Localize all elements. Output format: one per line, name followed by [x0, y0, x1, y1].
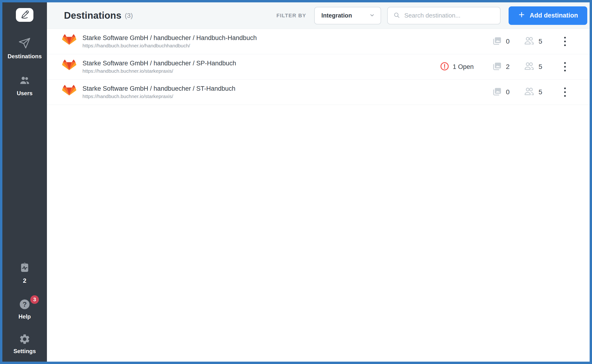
open-issues-label: 1 Open — [453, 63, 474, 71]
filter-by-label: FILTER BY — [276, 13, 306, 19]
add-destination-button[interactable]: Add destination — [509, 6, 587, 25]
filter-dropdown-value: Integration — [321, 12, 369, 19]
sidebar-item-destinations[interactable]: Destinations — [7, 36, 42, 60]
images-count: 0 — [506, 38, 510, 45]
main-content: Destinations (3) FILTER BY Integration — [47, 2, 590, 362]
search-box — [387, 7, 500, 24]
app-logo[interactable] — [16, 8, 33, 22]
destination-info: Starke Software GmbH / handbuecher / SP-… — [82, 60, 236, 74]
images-icon — [492, 61, 502, 72]
users-stat: 5 — [524, 86, 542, 98]
sidebar: Destinations Users — [2, 2, 47, 362]
destination-row[interactable]: Starke Software GmbH / handbuecher / SP-… — [47, 54, 590, 80]
images-icon — [492, 36, 502, 47]
paper-plane-icon — [18, 36, 31, 50]
header-bar: Destinations (3) FILTER BY Integration — [47, 2, 590, 29]
destination-url: https://handbuch.buchner.io/handbuchhand… — [82, 43, 257, 49]
page-title: Destinations — [64, 10, 121, 21]
search-input[interactable] — [404, 12, 495, 20]
users-stat: 5 — [524, 61, 542, 73]
sidebar-bottom: 2 ? 3 Help Settings — [13, 262, 36, 362]
images-stat: 0 — [492, 86, 510, 98]
sidebar-item-label: Settings — [13, 348, 36, 355]
people-icon — [524, 36, 535, 47]
images-icon — [492, 86, 502, 98]
destination-row[interactable]: Starke Software GmbH / handbuecher / Han… — [47, 29, 590, 54]
app-window: Destinations Users — [0, 0, 592, 364]
people-icon — [524, 61, 535, 73]
destination-list: Starke Software GmbH / handbuecher / Han… — [47, 29, 590, 105]
pencil-logo-icon — [20, 9, 30, 21]
sidebar-item-label: Users — [17, 90, 33, 97]
question-mark-icon: ? — [19, 299, 30, 311]
row-menu-button[interactable] — [564, 61, 566, 72]
destination-title: Starke Software GmbH / handbuecher / Han… — [82, 34, 257, 42]
images-stat: 0 — [492, 36, 510, 47]
sidebar-item-settings[interactable]: Settings — [13, 333, 36, 355]
destination-row[interactable]: Starke Software GmbH / handbuecher / ST-… — [47, 80, 590, 105]
alert-circle-icon — [440, 62, 449, 72]
chevron-down-icon — [369, 12, 375, 20]
users-count: 5 — [539, 88, 542, 96]
destination-info: Starke Software GmbH / handbuecher / ST-… — [82, 85, 235, 99]
search-icon — [393, 12, 400, 20]
users-count: 5 — [539, 63, 542, 71]
users-count: 5 — [539, 38, 542, 45]
users-icon — [19, 75, 30, 87]
sidebar-item-help[interactable]: ? 3 Help — [19, 299, 31, 320]
gitlab-icon — [62, 60, 76, 74]
add-destination-label: Add destination — [530, 12, 578, 19]
sidebar-item-label: Help — [19, 313, 31, 320]
people-icon — [524, 86, 535, 98]
row-menu-button[interactable] — [564, 36, 566, 47]
help-badge: 3 — [30, 295, 39, 304]
destination-title: Starke Software GmbH / handbuecher / ST-… — [82, 85, 235, 92]
row-menu-button[interactable] — [564, 86, 566, 98]
destination-title: Starke Software GmbH / handbuecher / SP-… — [82, 60, 236, 67]
destination-url: https://handbuch.buchner.io/starkepraxis… — [82, 68, 236, 74]
plus-icon — [518, 11, 525, 20]
activity-clipboard-icon — [19, 262, 30, 274]
images-count: 0 — [506, 88, 510, 96]
open-issues-indicator[interactable]: 1 Open — [440, 62, 474, 72]
users-stat: 5 — [524, 36, 542, 47]
images-count: 2 — [506, 63, 510, 71]
destination-info: Starke Software GmbH / handbuecher / Han… — [82, 34, 257, 49]
gitlab-icon — [62, 85, 76, 99]
sidebar-item-label: Destinations — [7, 53, 42, 60]
sidebar-item-activity[interactable]: 2 — [19, 262, 30, 284]
svg-text:?: ? — [22, 300, 27, 308]
gear-icon — [19, 333, 31, 346]
destination-url: https://handbuch.buchner.io/starkepraxis… — [82, 94, 235, 99]
activity-count: 2 — [23, 277, 26, 284]
gitlab-icon — [62, 34, 76, 49]
sidebar-item-users[interactable]: Users — [17, 75, 33, 97]
page-count: (3) — [125, 12, 133, 20]
filter-dropdown[interactable]: Integration — [314, 7, 381, 24]
images-stat: 2 — [492, 61, 510, 72]
